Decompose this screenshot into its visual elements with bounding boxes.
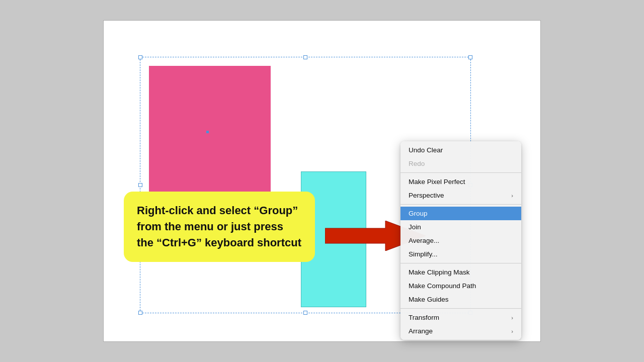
callout-text: Right-click and select “Group” from the … [137, 204, 301, 249]
menu-item-group[interactable]: Group [400, 207, 521, 220]
menu-item-redo: Redo [400, 157, 521, 170]
menu-separator [400, 172, 521, 173]
handle-bl[interactable] [138, 311, 142, 315]
menu-item-average[interactable]: Average... [400, 234, 521, 247]
menu-item-label: Arrange [409, 327, 433, 335]
menu-item-make-clipping-mask[interactable]: Make Clipping Mask [400, 265, 521, 279]
menu-item-join[interactable]: Join [400, 220, 521, 234]
handle-tc[interactable] [303, 55, 307, 59]
menu-item-label: Join [409, 223, 421, 231]
menu-item-label: Average... [409, 237, 439, 244]
menu-item-undo-clear[interactable]: Undo Clear [400, 143, 521, 157]
menu-item-label: Redo [409, 160, 425, 167]
pink-rectangle [149, 66, 271, 202]
handle-ml[interactable] [138, 183, 142, 187]
submenu-arrow-icon: › [511, 328, 513, 334]
menu-separator [400, 204, 521, 205]
menu-item-label: Perspective [409, 192, 444, 199]
menu-item-label: Simplify... [409, 250, 438, 258]
menu-item-perspective[interactable]: Perspective› [400, 189, 521, 202]
menu-item-label: Make Pixel Perfect [409, 178, 465, 186]
menu-separator [400, 308, 521, 309]
menu-item-label: Make Clipping Mask [409, 268, 470, 276]
menu-item-simplify[interactable]: Simplify... [400, 247, 521, 261]
callout-box: Right-click and select “Group” from the … [124, 192, 315, 262]
menu-item-label: Group [409, 210, 428, 217]
menu-item-make-pixel-perfect[interactable]: Make Pixel Perfect [400, 175, 521, 189]
menu-item-make-guides[interactable]: Make Guides [400, 293, 521, 306]
menu-separator [400, 263, 521, 263]
menu-item-arrange[interactable]: Arrange› [400, 324, 521, 338]
context-menu: Undo ClearRedoMake Pixel PerfectPerspect… [400, 141, 521, 340]
menu-item-label: Undo Clear [409, 146, 443, 154]
menu-item-label: Make Guides [409, 296, 449, 303]
handle-tl[interactable] [138, 55, 142, 59]
menu-item-transform[interactable]: Transform› [400, 311, 521, 324]
menu-item-label: Make Compound Path [409, 282, 476, 290]
handle-tr[interactable] [468, 55, 472, 59]
menu-item-make-compound-path[interactable]: Make Compound Path [400, 279, 521, 293]
canvas-area: Right-click and select “Group” from the … [103, 20, 541, 342]
menu-item-label: Transform [409, 314, 439, 321]
center-dot [206, 131, 209, 133]
submenu-arrow-icon: › [511, 193, 513, 199]
handle-bc[interactable] [303, 311, 307, 315]
submenu-arrow-icon: › [511, 315, 513, 321]
